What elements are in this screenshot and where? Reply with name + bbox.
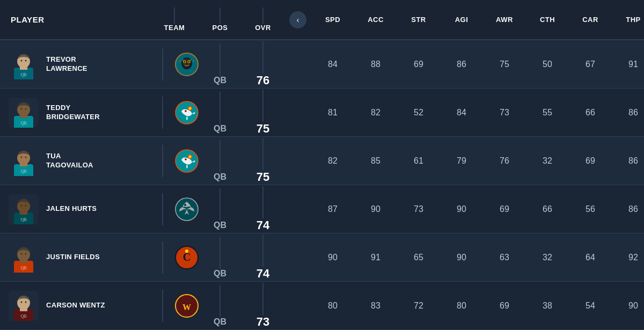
- header-cth: CTH: [526, 16, 569, 24]
- player-name: TREVORLAWRENCE: [46, 55, 87, 74]
- svg-point-53: [185, 204, 186, 206]
- avatar: QB: [9, 243, 39, 273]
- svg-point-58: [21, 253, 23, 254]
- avatar: QB: [9, 98, 39, 128]
- player-cell: QB JUSTIN FIELDS: [0, 243, 150, 273]
- col-divider: [219, 237, 221, 269]
- str-cell: 65: [397, 253, 440, 262]
- scroll-left-button[interactable]: ‹: [289, 11, 306, 28]
- awr-cell: 73: [483, 108, 526, 118]
- svg-point-35: [25, 156, 27, 158]
- col-divider: [162, 48, 163, 80]
- acc-cell: 88: [354, 60, 397, 69]
- avatar: QB: [9, 146, 39, 176]
- acc-cell: 82: [354, 108, 397, 118]
- agi-cell: 79: [440, 156, 483, 166]
- table-row: QB TUATAGOVAILOA QB 75: [0, 137, 644, 185]
- player-stats-table: PLAYER TEAM POS OVR ‹ SPD ACC STR AGI AW…: [0, 0, 644, 330]
- spd-cell: 82: [311, 156, 354, 166]
- svg-point-42: [189, 155, 192, 158]
- position-value: QB: [214, 221, 226, 230]
- pos-cell: QB: [199, 188, 241, 230]
- col-divider: [219, 43, 221, 76]
- svg-point-47: [21, 204, 23, 206]
- svg-point-13: [184, 61, 186, 62]
- thp-cell: 91: [612, 60, 644, 69]
- table-row: QB CARSON WENTZ W QB 73 80 83 72 80 69 3…: [0, 282, 644, 330]
- col-divider: [262, 234, 264, 267]
- table-row: QB TEDDYBRIDGEWATER QB 75: [0, 89, 644, 137]
- agi-cell: 84: [440, 108, 483, 118]
- ovr-value: 73: [257, 315, 269, 328]
- str-cell: 73: [397, 204, 440, 214]
- header-str: STR: [397, 16, 440, 24]
- awr-cell: 63: [483, 253, 526, 262]
- ovr-cell: 75: [241, 90, 284, 136]
- ovr-cell: 76: [241, 41, 284, 87]
- svg-text:QB: QB: [20, 121, 26, 126]
- cth-cell: 66: [526, 204, 569, 214]
- col-divider: [219, 92, 221, 124]
- svg-text:C: C: [183, 251, 191, 263]
- player-cell: QB TREVORLAWRENCE: [0, 49, 150, 79]
- svg-point-29: [189, 107, 192, 109]
- cth-cell: 32: [526, 253, 569, 262]
- awr-cell: 76: [483, 156, 526, 166]
- svg-point-10: [182, 58, 191, 68]
- thp-cell: 86: [612, 156, 644, 166]
- svg-text:QB: QB: [20, 266, 26, 270]
- player-cell: QB JALEN HURTS: [0, 194, 150, 224]
- cth-cell: 38: [526, 301, 569, 311]
- header-player: PLAYER: [0, 15, 150, 24]
- header-agi: AGI: [440, 16, 483, 24]
- cth-cell: 50: [526, 60, 569, 69]
- svg-point-15: [182, 59, 184, 61]
- ovr-cell: 75: [241, 138, 284, 184]
- ovr-value: 74: [257, 218, 269, 232]
- spd-cell: 84: [311, 60, 354, 69]
- car-cell: 69: [569, 156, 612, 166]
- ovr-cell: 74: [241, 186, 284, 232]
- table-header: PLAYER TEAM POS OVR ‹ SPD ACC STR AGI AW…: [0, 0, 644, 40]
- header-ovr: OVR: [241, 8, 284, 32]
- svg-point-5: [25, 60, 27, 61]
- col-divider: [262, 186, 264, 218]
- acc-cell: 85: [354, 156, 397, 166]
- table-row: QB TREVORLAWRENCE QB: [0, 40, 644, 89]
- svg-point-21: [21, 108, 23, 109]
- team-cell: [150, 48, 199, 80]
- acc-cell: 90: [354, 204, 397, 214]
- col-divider: [262, 90, 264, 122]
- scroll-button-col[interactable]: ‹: [284, 11, 311, 28]
- pos-cell: QB: [199, 92, 241, 134]
- ovr-cell: 74: [241, 234, 284, 281]
- svg-text:QB: QB: [20, 217, 26, 222]
- col-divider: [219, 140, 221, 172]
- team-logo: C: [175, 246, 199, 269]
- awr-cell: 69: [483, 204, 526, 214]
- car-cell: 54: [569, 301, 612, 311]
- col-divider: [162, 241, 163, 274]
- svg-point-69: [21, 301, 23, 303]
- awr-cell: 69: [483, 301, 526, 311]
- player-name: TEDDYBRIDGEWATER: [46, 104, 100, 122]
- col-divider: [162, 290, 163, 322]
- team-cell: W: [150, 290, 199, 322]
- svg-point-64: [185, 250, 188, 253]
- col-divider: [219, 285, 221, 317]
- awr-cell: 75: [483, 60, 526, 69]
- svg-point-59: [25, 253, 27, 254]
- acc-cell: 91: [354, 253, 397, 262]
- pos-cell: QB: [199, 237, 241, 278]
- table-row: QB JUSTIN FIELDS C QB 74 90 91 65 90 63 …: [0, 233, 644, 282]
- col-divider: [162, 193, 163, 225]
- svg-point-16: [190, 59, 192, 61]
- ovr-cell: 73: [241, 283, 284, 329]
- agi-cell: 86: [440, 60, 483, 69]
- svg-point-48: [25, 204, 27, 206]
- team-logo: W: [175, 294, 199, 318]
- col-divider: [162, 97, 163, 129]
- col-divider: [262, 138, 264, 170]
- position-value: QB: [214, 172, 226, 181]
- player-name: JUSTIN FIELDS: [46, 253, 100, 262]
